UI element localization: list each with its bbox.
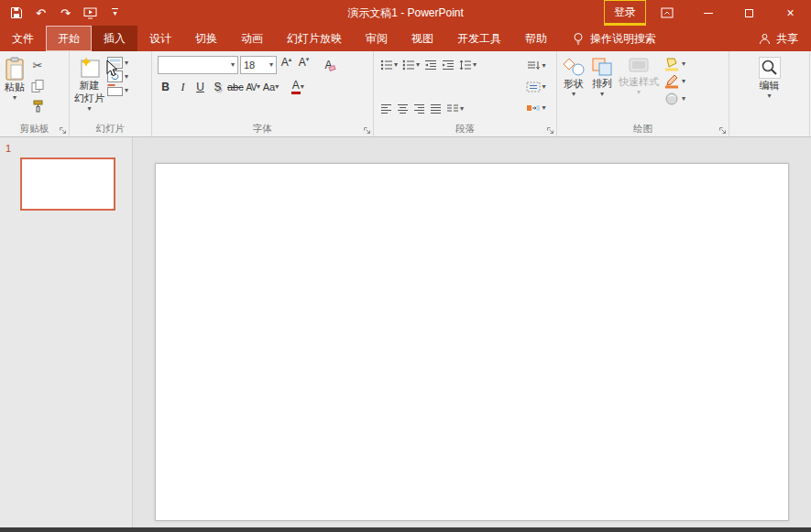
convert-to-smartart-button[interactable]: ▾ bbox=[520, 99, 553, 117]
font-name-input[interactable] bbox=[161, 60, 231, 71]
shapes-button[interactable]: 形状 ▾ bbox=[559, 54, 588, 122]
character-spacing-button[interactable]: AV ▾ bbox=[246, 78, 261, 96]
tab-review[interactable]: 审阅 bbox=[354, 26, 400, 51]
grow-font-arrow-icon: ▴ bbox=[289, 56, 292, 63]
text-direction-button[interactable]: ▾ bbox=[520, 57, 553, 75]
titlebar: ↶ ↷ ▾ 演示文稿1 - PowerPoint 登录 bbox=[0, 0, 811, 26]
format-painter-icon bbox=[32, 100, 44, 113]
cut-icon: ✂ bbox=[33, 59, 43, 72]
decrease-indent-button[interactable] bbox=[423, 56, 438, 74]
font-dialog-launcher[interactable] bbox=[362, 125, 371, 135]
slides-group-label: 幻灯片 bbox=[70, 123, 151, 136]
paragraph-dialog-launcher[interactable] bbox=[545, 125, 554, 135]
share-button[interactable]: 共享 bbox=[746, 26, 811, 51]
tab-slideshow-label: 幻灯片放映 bbox=[287, 31, 342, 47]
quick-styles-icon bbox=[627, 57, 651, 75]
font-name-caret-icon[interactable]: ▾ bbox=[231, 61, 235, 69]
tab-help[interactable]: 帮助 bbox=[513, 26, 559, 51]
shrink-font-button[interactable]: A▾ bbox=[296, 56, 312, 74]
slide-thumbnails-panel[interactable]: 1 bbox=[0, 137, 133, 527]
tab-file-label: 文件 bbox=[12, 31, 34, 47]
text-shadow-button[interactable]: S bbox=[210, 78, 225, 96]
reset-icon bbox=[107, 71, 123, 82]
slide[interactable] bbox=[155, 163, 789, 521]
increase-indent-button[interactable] bbox=[441, 56, 455, 74]
align-text-button[interactable]: ▾ bbox=[520, 78, 553, 96]
clipboard-dialog-launcher[interactable] bbox=[58, 125, 67, 135]
section-button[interactable]: ▾ bbox=[107, 84, 128, 96]
tab-design[interactable]: 设计 bbox=[137, 26, 183, 51]
change-case-button[interactable]: Aa ▾ bbox=[263, 78, 279, 96]
layout-icon bbox=[107, 57, 123, 69]
slideshow-icon bbox=[83, 7, 97, 19]
tab-animations-label: 动画 bbox=[241, 31, 263, 47]
minimize-icon bbox=[704, 13, 713, 14]
format-painter-button[interactable] bbox=[27, 96, 48, 115]
line-spacing-button[interactable]: ▾ bbox=[458, 56, 477, 74]
shape-fill-button[interactable]: ▾ bbox=[663, 57, 685, 71]
italic-button[interactable]: I bbox=[175, 78, 191, 96]
tell-me-search[interactable]: 操作说明搜索 bbox=[572, 26, 656, 51]
shape-outline-button[interactable]: ▾ bbox=[663, 74, 685, 89]
tab-transitions[interactable]: 切换 bbox=[183, 26, 229, 51]
shape-effects-button[interactable]: ▾ bbox=[663, 92, 685, 106]
align-right-button[interactable] bbox=[412, 100, 426, 118]
tab-home[interactable]: 开始 bbox=[46, 26, 92, 51]
slide-thumbnail[interactable] bbox=[20, 157, 115, 211]
sign-in-button[interactable]: 登录 bbox=[604, 0, 646, 26]
editing-button[interactable]: 编辑 ▾ bbox=[756, 54, 784, 122]
numbering-button[interactable]: ▾ bbox=[401, 56, 421, 74]
tab-animations[interactable]: 动画 bbox=[229, 26, 275, 51]
tab-design-label: 设计 bbox=[149, 31, 171, 47]
align-center-button[interactable] bbox=[396, 100, 410, 118]
clear-formatting-button[interactable]: A bbox=[321, 56, 336, 74]
bold-button[interactable]: B bbox=[158, 78, 173, 96]
new-slide-label-line1: 新建 bbox=[80, 80, 100, 92]
bullets-button[interactable]: ▾ bbox=[379, 56, 399, 74]
cut-button[interactable]: ✂ bbox=[27, 56, 48, 75]
arrange-button[interactable]: 排列 ▾ bbox=[588, 54, 616, 122]
font-size-combo[interactable]: ▾ bbox=[240, 56, 277, 74]
undo-button[interactable]: ↶ bbox=[28, 0, 53, 26]
sign-in-label: 登录 bbox=[614, 5, 636, 20]
tab-help-label: 帮助 bbox=[525, 31, 547, 47]
grow-font-button[interactable]: A▴ bbox=[279, 56, 294, 74]
underline-button[interactable]: U bbox=[192, 78, 208, 96]
new-slide-dropdown-caret-icon[interactable]: ▾ bbox=[87, 105, 91, 113]
tab-slideshow[interactable]: 幻灯片放映 bbox=[275, 26, 354, 51]
align-left-button[interactable] bbox=[379, 100, 393, 118]
tab-view[interactable]: 视图 bbox=[400, 26, 445, 51]
smartart-icon bbox=[526, 103, 541, 114]
font-size-input[interactable] bbox=[244, 60, 269, 71]
tab-file[interactable]: 文件 bbox=[0, 26, 46, 51]
arrange-caret-icon[interactable]: ▾ bbox=[600, 91, 604, 98]
new-slide-button[interactable]: 新建 幻灯片 ▾ bbox=[71, 54, 107, 122]
minimize-button[interactable] bbox=[687, 0, 729, 26]
tab-insert[interactable]: 插入 bbox=[92, 26, 137, 51]
quick-styles-button[interactable]: 快速样式 ▾ bbox=[616, 54, 662, 122]
copy-button[interactable] bbox=[27, 76, 48, 95]
close-button[interactable]: × bbox=[770, 0, 811, 26]
shapes-caret-icon[interactable]: ▾ bbox=[572, 91, 575, 98]
redo-button[interactable]: ↷ bbox=[53, 0, 78, 26]
ribbon-display-options-button[interactable] bbox=[646, 0, 687, 26]
tab-developer[interactable]: 开发工具 bbox=[445, 26, 513, 51]
font-color-button[interactable]: A ▾ bbox=[290, 78, 305, 96]
layout-button[interactable]: ▾ bbox=[107, 57, 128, 69]
font-name-combo[interactable]: ▾ bbox=[158, 56, 238, 74]
reset-button[interactable]: ▾ bbox=[107, 71, 128, 82]
maximize-button[interactable] bbox=[729, 0, 770, 26]
paste-dropdown-caret-icon[interactable]: ▾ bbox=[13, 94, 16, 102]
editing-caret-icon[interactable]: ▾ bbox=[767, 92, 771, 100]
save-button[interactable] bbox=[4, 0, 28, 26]
customize-quick-access-button[interactable]: ▾ bbox=[103, 0, 127, 26]
drawing-dialog-launcher[interactable] bbox=[718, 125, 727, 135]
quick-access-toolbar: ↶ ↷ ▾ bbox=[0, 0, 127, 26]
font-size-caret-icon[interactable]: ▾ bbox=[269, 61, 273, 69]
justify-button[interactable] bbox=[429, 100, 443, 118]
paste-button[interactable]: 粘贴 ▾ bbox=[2, 54, 27, 122]
start-slideshow-button[interactable] bbox=[78, 0, 103, 26]
increase-indent-icon bbox=[442, 60, 455, 71]
columns-button[interactable]: ▾ bbox=[445, 100, 465, 118]
strikethrough-button[interactable]: abc bbox=[227, 78, 244, 96]
